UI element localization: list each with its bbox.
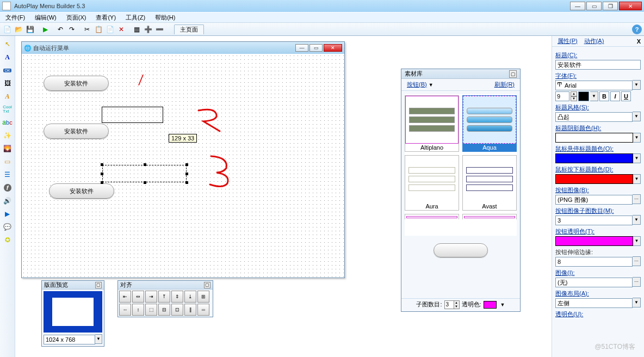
input-title[interactable] (555, 60, 641, 70)
space-v-icon[interactable]: ═ (197, 304, 209, 316)
btn-trans-color-picker[interactable]: ▼ (555, 236, 641, 246)
combo-image[interactable]: ⋯ (555, 277, 641, 287)
preview-close-icon[interactable]: ▢ (95, 282, 102, 288)
label-font[interactable]: 字体(F): (555, 72, 641, 80)
label-image[interactable]: 图像(I): (555, 269, 641, 277)
list-tool-icon[interactable]: ☰ (3, 170, 13, 180)
combo-img[interactable]: ⋯ (555, 194, 641, 205)
align-top-icon[interactable]: ⤒ (158, 291, 170, 303)
save-icon[interactable]: 💾 (25, 24, 35, 34)
win-min-icon[interactable]: — (295, 44, 308, 52)
label-style[interactable]: 标题风格(S): (555, 103, 641, 112)
label-layout[interactable]: 图像布局(A): (555, 290, 641, 298)
menu-tools[interactable]: 工具(Z) (123, 13, 147, 22)
redo-icon[interactable]: ↷ (67, 24, 77, 34)
same-width-icon[interactable]: ↔ (119, 304, 131, 316)
undo-icon[interactable]: ↶ (55, 24, 65, 34)
play-icon[interactable]: ▶ (40, 24, 50, 34)
thumb-aqua[interactable]: Aqua (462, 95, 517, 152)
shape-tool-icon[interactable]: ✨ (3, 131, 13, 140)
label-img-trans[interactable]: 透明色(U): (555, 310, 641, 318)
label-title[interactable]: 标题(C): (555, 51, 641, 59)
tab-properties[interactable]: 属性(P) (555, 37, 580, 45)
open-icon[interactable]: 📂 (14, 24, 23, 34)
thumb-extra-2[interactable] (462, 214, 517, 219)
align-close-icon[interactable]: ▢ (204, 282, 210, 288)
underline-button[interactable]: U (621, 91, 631, 101)
maximize-button[interactable]: ▭ (586, 2, 602, 10)
cut-icon[interactable]: ✂ (82, 24, 92, 34)
label-hover-color[interactable]: 鼠标悬停标题颜色(O): (555, 145, 641, 153)
center-page-v-icon[interactable]: ⊡ (171, 304, 183, 316)
copy-icon[interactable]: 📋 (94, 24, 103, 34)
new-icon[interactable]: 📄 (2, 24, 12, 34)
label-tool-icon[interactable]: A (3, 91, 13, 101)
sub-count-spinner[interactable]: ▲▼ (444, 300, 460, 309)
align-right-icon[interactable]: ⇥ (145, 291, 157, 303)
design-button-1[interactable]: 安装软件 (44, 76, 109, 91)
palette-preview-button[interactable] (434, 243, 488, 257)
panel-tool-icon[interactable]: ▭ (3, 157, 13, 167)
media-tool-icon[interactable]: ▶ (3, 209, 13, 219)
align-middle-icon[interactable]: ⇕ (171, 291, 183, 303)
audio-tool-icon[interactable]: 🔊 (3, 196, 13, 206)
align-center-h-icon[interactable]: ⇔ (132, 291, 144, 303)
menu-view[interactable]: 查看(Y) (94, 13, 118, 22)
close-button[interactable]: ✕ (619, 2, 642, 10)
cool-text-icon[interactable]: CoolTxt (3, 104, 13, 114)
help-icon[interactable]: ? (632, 24, 642, 34)
palette-close-icon[interactable]: ▢ (509, 70, 517, 78)
bold-button[interactable]: B (599, 91, 609, 101)
space-h-icon[interactable]: ‖ (184, 304, 196, 316)
hover-color-picker[interactable]: ▼ (555, 153, 641, 163)
thumb-altiplano[interactable]: Altiplano (405, 95, 459, 152)
down-color-picker[interactable]: ▼ (555, 174, 641, 184)
rich-text-icon[interactable]: abc (3, 118, 13, 127)
text-tool-icon[interactable]: A (3, 52, 13, 62)
label-subimg[interactable]: 按钮图像子图数目(M): (555, 207, 641, 215)
font-color-swatch[interactable] (578, 91, 589, 101)
palette-refresh-button[interactable]: 刷新(R) (494, 81, 515, 89)
align-bottom-icon[interactable]: ⤓ (184, 291, 196, 303)
restore-button[interactable]: ❐ (603, 2, 618, 10)
picture-tool-icon[interactable]: 🌄 (3, 144, 13, 153)
italic-button[interactable]: I (610, 91, 620, 101)
menu-edit[interactable]: 编辑(W) (33, 13, 59, 22)
align-left-icon[interactable]: ⇤ (119, 291, 131, 303)
tab-actions[interactable]: 动作(A) (582, 37, 606, 45)
grid-icon[interactable]: ▦ (132, 24, 141, 34)
page-add-icon[interactable]: ➕ (143, 24, 153, 34)
palette-category-button[interactable]: 按钮(B) (407, 81, 427, 89)
image-tool-icon[interactable]: 🖼 (3, 78, 13, 88)
button-tool-icon[interactable]: OK (3, 65, 13, 75)
trans-color-swatch[interactable] (484, 301, 497, 309)
label-down-color[interactable]: 鼠标按下标题颜色(D): (555, 165, 641, 174)
minimize-button[interactable]: — (570, 2, 585, 10)
selection-rectangle[interactable] (102, 107, 163, 123)
font-size-spinner[interactable]: ▲▼ (571, 91, 577, 101)
palette-titlebar[interactable]: 素材库 ▢ (401, 69, 520, 79)
font-color-dropdown[interactable]: ▼ (590, 91, 598, 101)
label-img[interactable]: 按钮图像(B): (555, 186, 641, 194)
thumb-extra-1[interactable] (405, 214, 459, 219)
delete-icon[interactable]: ✕ (116, 24, 126, 34)
same-size-icon[interactable]: ⬚ (145, 304, 157, 316)
design-surface[interactable]: 安装软件 安装软件 安装软件 129 x 33 / (22, 54, 344, 278)
combo-font[interactable]: Ͳ▼ (555, 80, 641, 90)
design-button-3[interactable]: 安装软件 (49, 183, 114, 199)
combo-style[interactable]: ▼ (555, 112, 641, 122)
flash-tool-icon[interactable]: f (3, 183, 13, 193)
win-close-icon[interactable]: ✕ (324, 44, 342, 52)
thumb-avast[interactable]: Avast (462, 155, 517, 211)
design-button-2[interactable]: 安装软件 (44, 124, 109, 139)
paste-icon[interactable]: 📄 (105, 24, 115, 34)
misc-tool-icon[interactable]: ✪ (3, 235, 13, 245)
same-height-icon[interactable]: ↕ (132, 304, 144, 316)
menu-help[interactable]: 帮助(H) (153, 13, 177, 22)
panel-close-icon[interactable]: X (637, 38, 641, 45)
align-dist-h-icon[interactable]: ⊞ (197, 291, 209, 303)
resolution-combo[interactable]: ▼ (44, 334, 102, 344)
input-font-size[interactable] (555, 91, 569, 101)
combo-shrink[interactable]: ⋯ (555, 256, 641, 267)
combo-subimg[interactable]: ▼ (555, 215, 641, 225)
